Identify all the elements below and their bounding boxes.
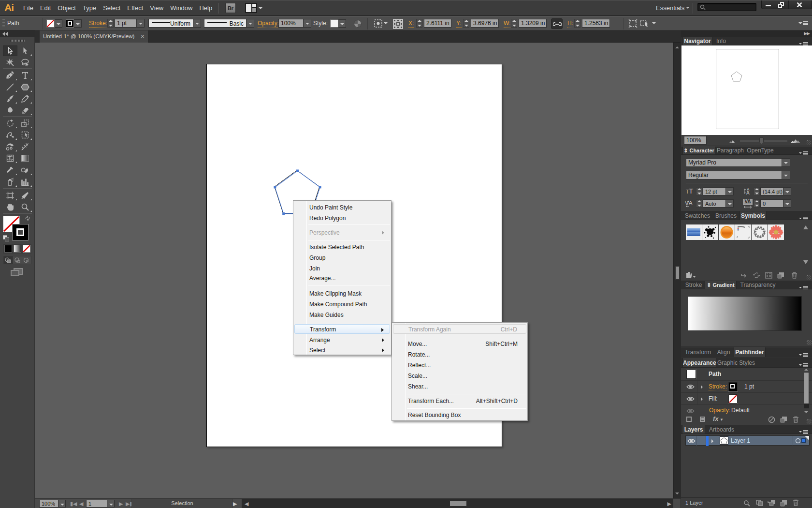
svg-text:A: A (689, 200, 693, 206)
svg-text:A: A (746, 190, 750, 195)
